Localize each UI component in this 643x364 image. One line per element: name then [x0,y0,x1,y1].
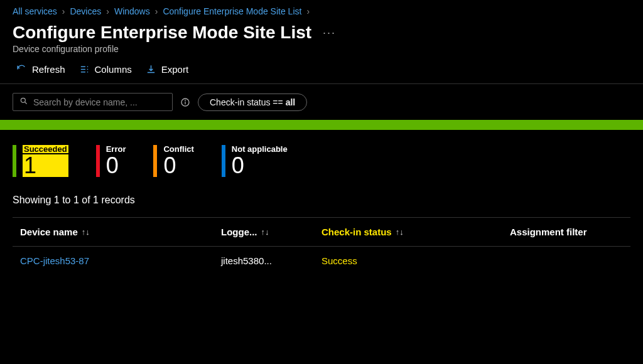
search-input[interactable] [33,97,166,107]
device-table: Device name ↑↓ Logge... ↑↓ Check-in stat… [0,217,643,275]
chevron-right-icon: › [155,6,158,16]
page-title: Configure Enterprise Mode Site List [13,23,311,43]
refresh-label: Refresh [32,64,65,75]
page-subtitle: Device configuration profile [0,43,643,64]
column-header-device[interactable]: Device name ↑↓ [20,227,221,237]
breadcrumb-link-configure[interactable]: Configure Enterprise Mode Site List [163,6,301,16]
download-icon [146,64,156,75]
status-value: 0 [163,154,193,177]
toolbar: Refresh Columns Export [0,64,643,84]
status-color-bar [13,145,16,177]
refresh-button[interactable]: Refresh [16,64,65,75]
status-card-conflict[interactable]: Conflict 0 [153,145,193,177]
columns-button[interactable]: Columns [79,64,132,75]
breadcrumb: All services › Devices › Windows › Confi… [0,0,643,20]
info-icon[interactable] [180,97,190,107]
more-icon[interactable]: ··· [323,26,336,40]
column-header-label: Logge... [221,227,257,237]
column-header-label: Check-in status [322,227,392,237]
column-header-checkin[interactable]: Check-in status ↑↓ [322,227,510,237]
filter-pill-label: Check-in status == [210,97,286,107]
chevron-right-icon: › [306,6,310,16]
search-icon [19,97,28,107]
sort-icon: ↑↓ [82,227,90,237]
chevron-right-icon: › [62,6,65,16]
status-progress-bar [0,120,643,130]
table-row[interactable]: CPC-jitesh53-87 jitesh5380... Success [13,247,630,275]
search-input-wrapper[interactable] [13,93,173,111]
column-header-logged[interactable]: Logge... ↑↓ [221,227,322,237]
status-value: 1 [23,154,68,177]
status-card-not-applicable[interactable]: Not applicable 0 [222,145,288,177]
breadcrumb-link-windows[interactable]: Windows [114,6,150,16]
sort-icon: ↑↓ [261,227,269,237]
svg-point-6 [21,98,25,102]
column-header-label: Assignment filter [510,227,587,237]
status-cards: Succeeded 1 Error 0 Conflict 0 Not appli… [0,130,643,188]
filter-row: Check-in status == all [0,84,643,120]
cell-device-name[interactable]: CPC-jitesh53-87 [20,255,221,266]
status-color-bar [153,145,157,177]
column-header-label: Device name [20,227,78,237]
export-button[interactable]: Export [146,64,188,75]
status-card-succeeded[interactable]: Succeeded 1 [13,145,68,177]
svg-point-10 [185,100,186,100]
breadcrumb-link-devices[interactable]: Devices [70,6,101,16]
refresh-icon [16,64,27,75]
status-value: 0 [232,154,288,177]
status-value: 0 [106,154,126,177]
status-card-error[interactable]: Error 0 [96,145,126,177]
export-label: Export [161,64,188,75]
column-header-assignment[interactable]: Assignment filter [510,227,643,237]
status-color-bar [96,145,100,177]
chevron-right-icon: › [106,6,109,16]
filter-pill-checkin[interactable]: Check-in status == all [198,94,307,111]
columns-icon [79,64,90,75]
cell-logged: jitesh5380... [221,255,322,266]
svg-line-7 [25,102,27,104]
table-header-row: Device name ↑↓ Logge... ↑↓ Check-in stat… [13,217,630,247]
cell-checkin-status: Success [322,255,510,266]
status-color-bar [222,145,225,177]
sort-icon: ↑↓ [396,227,404,237]
columns-label: Columns [95,64,132,75]
breadcrumb-link-all-services[interactable]: All services [13,6,57,16]
records-count: Showing 1 to 1 of 1 records [0,188,643,217]
filter-pill-value: all [286,97,296,107]
